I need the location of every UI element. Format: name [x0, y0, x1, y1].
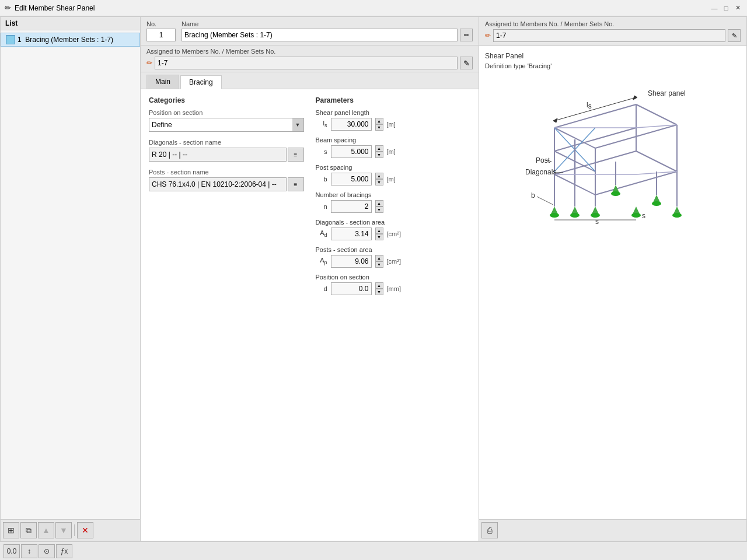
left-toolbar: ⊞ ⧉ ▲ ▼ ✕ — [1, 519, 140, 541]
pos-section-up[interactable]: ▲ — [375, 282, 383, 289]
pos-section-down[interactable]: ▼ — [375, 289, 383, 295]
num-bracings-up[interactable]: ▲ — [375, 200, 383, 206]
diagonals-section-form-row: Diagonals - section name ≡ — [149, 139, 304, 162]
right-assigned-row: ✏ ✎ — [485, 29, 741, 42]
ls-symbol: ls — [316, 120, 327, 128]
beam-spacing-up[interactable]: ▲ — [375, 145, 383, 152]
shear-panel-length-up[interactable]: ▲ — [375, 118, 383, 124]
svg-marker-44 — [633, 96, 637, 100]
assigned-section: Assigned to Members No. / Member Sets No… — [141, 46, 479, 72]
formula-button[interactable]: ƒx — [56, 544, 72, 558]
no-label: No. — [146, 20, 176, 27]
shear-panel-length-down[interactable]: ▼ — [375, 124, 383, 131]
list-item[interactable]: 1 Bracing (Member Sets : 1-7) — [1, 33, 140, 47]
post-spacing-down[interactable]: ▼ — [375, 179, 383, 186]
svg-point-31 — [631, 213, 641, 218]
diagram-export-button[interactable]: ⎙ — [481, 522, 498, 538]
tab-main[interactable]: Main — [146, 75, 179, 89]
diagonals-browse-button[interactable]: ≡ — [288, 148, 304, 162]
app-icon: ✏ — [5, 4, 11, 12]
diag-area-up[interactable]: ▲ — [375, 228, 383, 234]
diagonals-section-label: Diagonals - section name — [149, 139, 304, 146]
edit-name-button[interactable]: ✏ — [460, 29, 473, 41]
posts-area-spinner: ▲ ▼ — [375, 255, 383, 268]
beam-spacing-down[interactable]: ▼ — [375, 152, 383, 158]
posts-area-up[interactable]: ▲ — [375, 255, 383, 261]
no-field-group: No. — [146, 20, 176, 41]
right-assigned-label: Assigned to Members No. / Member Sets No… — [485, 20, 741, 27]
close-button[interactable]: ✕ — [733, 4, 742, 13]
categories-col: Categories Position on section Define To… — [149, 96, 304, 301]
num-bracings-input[interactable] — [331, 200, 372, 213]
copy-button[interactable]: ⧉ — [20, 522, 37, 538]
posts-area-down[interactable]: ▼ — [375, 261, 383, 268]
bracing-diagram: Shear panel ls Post Diagonals b s s — [519, 81, 706, 227]
post-spacing-row: b ▲ ▼ [m] — [316, 173, 471, 186]
diag-area-label: Diagonals - section area — [316, 219, 471, 226]
view-button[interactable]: ⊙ — [39, 544, 55, 558]
svg-point-40 — [611, 191, 620, 196]
add-button[interactable]: ⊞ — [3, 522, 19, 538]
right-assigned-edit-button[interactable]: ✎ — [728, 29, 741, 42]
delete-button[interactable]: ✕ — [77, 522, 93, 538]
svg-point-30 — [591, 213, 600, 218]
num-bracings-down[interactable]: ▼ — [375, 206, 383, 213]
posts-section-label: Posts - section name — [149, 169, 304, 176]
posts-browse-button[interactable]: ≡ — [288, 177, 304, 191]
svg-text:b: b — [531, 191, 535, 200]
svg-point-29 — [550, 213, 559, 218]
assigned-edit-button[interactable]: ✎ — [460, 57, 473, 69]
two-col-layout: Categories Position on section Define To… — [149, 96, 470, 301]
post-spacing-up[interactable]: ▲ — [375, 173, 383, 179]
diagram-container: Shear panel ls Post Diagonals b s s — [485, 75, 741, 513]
shear-panel-length-input[interactable] — [331, 118, 372, 131]
svg-line-9 — [636, 104, 677, 125]
num-bracings-row: n ▲ ▼ — [316, 200, 471, 213]
shear-panel-label: Shear panel — [648, 89, 686, 97]
move-up-button[interactable]: ▲ — [38, 522, 54, 538]
post-spacing-unit: [m] — [387, 176, 407, 183]
right-content: Shear Panel Definition type 'Bracing' — [479, 46, 746, 519]
position-select[interactable]: Define Top chord Bottom chord — [149, 118, 304, 132]
name-label: Name — [181, 20, 473, 27]
diag-area-down[interactable]: ▼ — [375, 234, 383, 240]
svg-line-42 — [554, 97, 636, 121]
svg-point-41 — [652, 201, 661, 206]
minimize-button[interactable]: — — [710, 4, 719, 13]
tab-bracing[interactable]: Bracing — [180, 75, 222, 89]
posts-area-unit: [cm²] — [387, 258, 407, 265]
position-label: Position on section — [149, 109, 304, 116]
diag-area-input[interactable] — [331, 228, 372, 240]
posts-area-label: Posts - section area — [316, 246, 471, 253]
list-content: 1 Bracing (Member Sets : 1-7) — [1, 30, 140, 519]
maximize-button[interactable]: □ — [721, 4, 731, 13]
no-input[interactable] — [146, 29, 176, 41]
move-down-button[interactable]: ▼ — [55, 522, 72, 538]
d-symbol: d — [316, 285, 327, 292]
right-panel: Assigned to Members No. / Member Sets No… — [479, 17, 746, 541]
svg-text:s: s — [595, 218, 599, 226]
post-spacing-input[interactable] — [331, 173, 372, 186]
beam-spacing-input[interactable] — [331, 145, 372, 158]
pos-section-input[interactable] — [331, 282, 372, 295]
svg-line-8 — [554, 104, 636, 128]
name-field-group: Name ✏ — [181, 20, 473, 41]
content-area: Categories Position on section Define To… — [141, 89, 479, 541]
beam-spacing-row: s ▲ ▼ [m] — [316, 145, 471, 158]
parameters-title: Parameters — [316, 96, 471, 104]
posts-area-input[interactable] — [331, 255, 372, 268]
assigned-input[interactable] — [155, 57, 458, 69]
num-bracings-spinner: ▲ ▼ — [375, 200, 383, 213]
posts-section-input[interactable] — [149, 177, 287, 191]
right-assigned-input[interactable] — [493, 29, 725, 42]
diagonals-section-input[interactable] — [149, 148, 287, 162]
beam-spacing-spinner: ▲ ▼ — [375, 145, 383, 158]
name-input[interactable] — [181, 29, 458, 41]
position-form-row: Position on section Define Top chord Bot… — [149, 109, 304, 132]
num-bracings-label: Number of bracings — [316, 191, 471, 198]
coordinates-button[interactable]: 0.0 — [4, 544, 20, 558]
right-header: Assigned to Members No. / Member Sets No… — [479, 17, 746, 46]
snap-button[interactable]: ↕ — [21, 544, 37, 558]
beam-spacing-unit: [m] — [387, 148, 407, 155]
shear-panel-title: Shear Panel — [485, 52, 741, 60]
